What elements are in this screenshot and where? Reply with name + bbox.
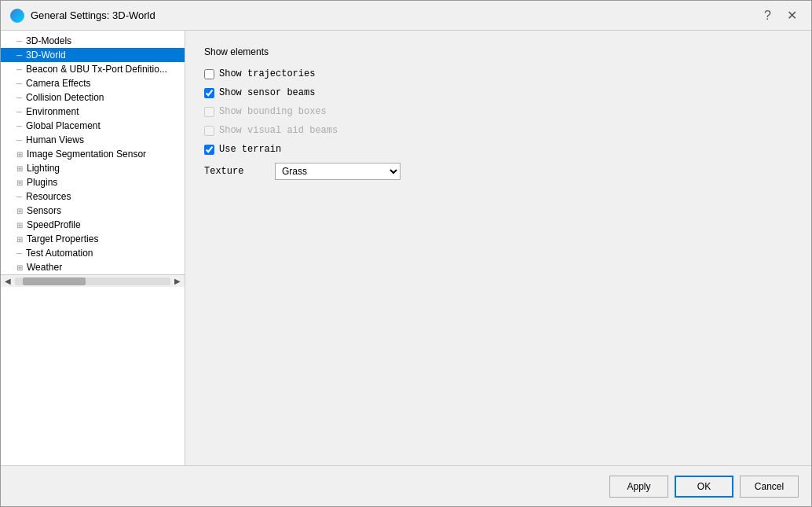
scrollbar-track[interactable] [15, 277, 170, 285]
sidebar-item-label: Sensors [27, 205, 61, 216]
section-title: Show elements [204, 46, 792, 57]
sidebar-item-3d-models[interactable]: ─3D-Models [1, 34, 185, 48]
texture-label: Texture [204, 166, 267, 177]
close-button[interactable]: ✕ [782, 8, 802, 24]
dialog-body: ─3D-Models─3D-World─Beacon & UBU Tx-Port… [1, 31, 811, 465]
sidebar-item-label: Lighting [27, 163, 60, 174]
sidebar-item-test-automation[interactable]: ─Test Automation [1, 246, 185, 260]
sidebar-item-environment[interactable]: ─Environment [1, 105, 185, 119]
title-bar-left: General Settings: 3D-World [10, 9, 155, 23]
sidebar-item-label: Plugins [27, 177, 57, 188]
tree-prefix: ─ [16, 94, 22, 102]
sidebar-item-plugins[interactable]: ⊞Plugins [1, 175, 185, 189]
tree-prefix: ─ [16, 79, 22, 88]
sidebar-item-weather[interactable]: ⊞Weather [1, 260, 185, 274]
tree-prefix: ─ [16, 249, 22, 258]
sidebar-item-beacon-ubu[interactable]: ─Beacon & UBU Tx-Port Definitio... [1, 62, 185, 76]
scroll-left-arrow[interactable]: ◀ [2, 277, 13, 285]
tree-prefix: ─ [16, 108, 22, 116]
tree-prefix: ─ [16, 65, 22, 74]
option-row-use-terrain: Use terrain [204, 144, 792, 155]
sidebar-item-label: Global Placement [26, 120, 101, 131]
tree-prefix: ─ [16, 193, 22, 201]
sidebar-item-label: Collision Detection [26, 92, 104, 103]
tree-prefix: ─ [16, 37, 22, 46]
texture-row: Texture GrassSandSnowConcrete [204, 163, 792, 180]
tree-prefix: ⊞ [16, 150, 23, 159]
option-text-use-terrain: Use terrain [219, 144, 281, 155]
sidebar-item-camera-effects[interactable]: ─Camera Effects [1, 76, 185, 90]
sidebar-scrollbar[interactable]: ◀ ▶ [1, 274, 185, 287]
help-button[interactable]: ? [759, 8, 776, 24]
sidebar-list: ─3D-Models─3D-World─Beacon & UBU Tx-Port… [1, 34, 185, 274]
sidebar-item-sensors[interactable]: ⊞Sensors [1, 204, 185, 218]
sidebar-item-label: Human Views [26, 134, 84, 145]
scroll-right-arrow[interactable]: ▶ [172, 277, 183, 285]
checkbox-show-visual-aid-beams[interactable] [204, 126, 214, 136]
sidebar-item-label: Camera Effects [26, 78, 90, 89]
option-label-use-terrain[interactable]: Use terrain [204, 144, 281, 155]
sidebar-item-label: Weather [27, 262, 62, 273]
tree-prefix: ⊞ [16, 235, 23, 244]
tree-prefix: ─ [16, 136, 22, 145]
option-label-show-trajectories[interactable]: Show trajectories [204, 68, 315, 79]
sidebar-item-label: Target Properties [27, 233, 98, 244]
main-dialog: General Settings: 3D-World ? ✕ ─3D-Model… [0, 0, 812, 507]
tree-prefix: ⊞ [16, 221, 23, 230]
checkbox-show-sensor-beams[interactable] [204, 88, 214, 98]
ok-button[interactable]: OK [675, 476, 733, 498]
option-row-show-trajectories: Show trajectories [204, 68, 792, 79]
sidebar-item-global-placement[interactable]: ─Global Placement [1, 119, 185, 133]
option-label-show-visual-aid-beams[interactable]: Show visual aid beams [204, 125, 338, 136]
option-text-show-bounding-boxes: Show bounding boxes [219, 106, 327, 117]
checkbox-use-terrain[interactable] [204, 145, 214, 155]
checkbox-show-trajectories[interactable] [204, 69, 214, 79]
option-label-show-bounding-boxes[interactable]: Show bounding boxes [204, 106, 327, 117]
option-text-show-sensor-beams: Show sensor beams [219, 87, 315, 98]
sidebar-item-label: Image Segmentation Sensor [27, 149, 146, 160]
option-row-show-sensor-beams: Show sensor beams [204, 87, 792, 98]
option-row-show-bounding-boxes: Show bounding boxes [204, 106, 792, 117]
app-icon [10, 9, 24, 23]
option-row-show-visual-aid-beams: Show visual aid beams [204, 125, 792, 136]
sidebar-item-target-properties[interactable]: ⊞Target Properties [1, 232, 185, 246]
tree-prefix: ─ [16, 122, 22, 130]
sidebar-item-label: Environment [26, 106, 79, 117]
footer: Apply OK Cancel [1, 465, 811, 506]
cancel-button[interactable]: Cancel [740, 476, 799, 498]
scrollbar-thumb[interactable] [23, 277, 86, 285]
sidebar-item-label: Beacon & UBU Tx-Port Definitio... [26, 64, 167, 75]
texture-select[interactable]: GrassSandSnowConcrete [275, 163, 401, 180]
checkbox-show-bounding-boxes[interactable] [204, 107, 214, 117]
sidebar: ─3D-Models─3D-World─Beacon & UBU Tx-Port… [1, 31, 185, 465]
sidebar-item-label: Resources [26, 191, 71, 202]
apply-button[interactable]: Apply [609, 476, 668, 498]
tree-prefix: ⊞ [16, 263, 23, 272]
title-bar-buttons: ? ✕ [759, 8, 802, 24]
option-text-show-trajectories: Show trajectories [219, 68, 315, 79]
sidebar-item-collision-detection[interactable]: ─Collision Detection [1, 90, 185, 105]
sidebar-item-lighting[interactable]: ⊞Lighting [1, 161, 185, 175]
sidebar-item-label: SpeedProfile [27, 219, 81, 230]
content-area: Show elements Show trajectoriesShow sens… [185, 31, 811, 465]
option-text-show-visual-aid-beams: Show visual aid beams [219, 125, 338, 136]
sidebar-item-label: 3D-Models [26, 35, 71, 46]
sidebar-item-label: Test Automation [26, 248, 93, 259]
sidebar-item-human-views[interactable]: ─Human Views [1, 133, 185, 147]
sidebar-item-3d-world[interactable]: ─3D-World [1, 48, 185, 62]
tree-prefix: ⊞ [16, 164, 23, 173]
tree-prefix: ⊞ [16, 178, 23, 187]
sidebar-item-resources[interactable]: ─Resources [1, 189, 185, 204]
options-list: Show trajectoriesShow sensor beamsShow b… [204, 68, 792, 155]
sidebar-item-label: 3D-World [26, 50, 65, 61]
tree-prefix: ─ [16, 51, 22, 60]
sidebar-item-image-segmentation[interactable]: ⊞Image Segmentation Sensor [1, 147, 185, 161]
option-label-show-sensor-beams[interactable]: Show sensor beams [204, 87, 315, 98]
window-title: General Settings: 3D-World [31, 9, 155, 21]
sidebar-item-speed-profile[interactable]: ⊞SpeedProfile [1, 218, 185, 232]
title-bar: General Settings: 3D-World ? ✕ [1, 1, 811, 31]
tree-prefix: ⊞ [16, 207, 23, 215]
